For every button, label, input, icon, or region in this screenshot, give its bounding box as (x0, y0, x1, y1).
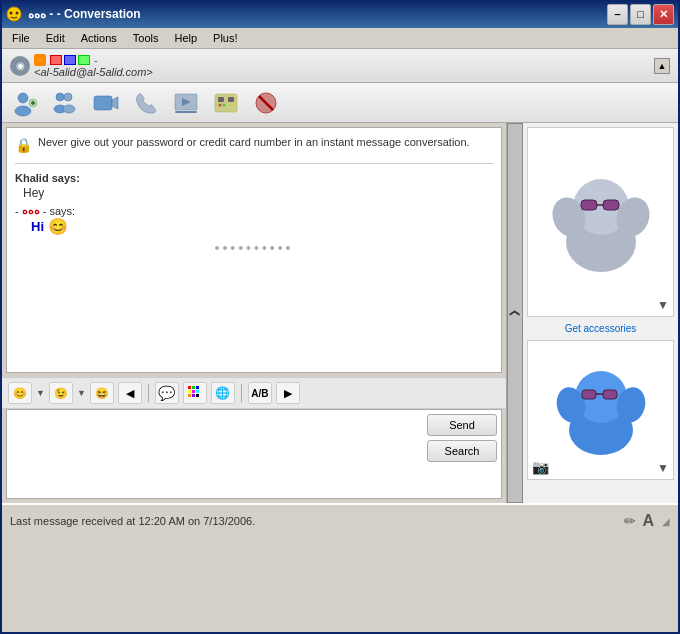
svg-rect-46 (603, 390, 617, 399)
font-btn[interactable]: A/B (248, 382, 272, 404)
send-button[interactable]: Send (427, 414, 497, 436)
minimize-button[interactable]: – (607, 4, 628, 25)
svg-rect-29 (192, 390, 195, 393)
menu-edit[interactable]: Edit (40, 30, 71, 46)
emoji-dropdown-arrow[interactable]: ▼ (36, 388, 45, 398)
search-button[interactable]: Search (427, 440, 497, 462)
svg-point-9 (64, 93, 72, 101)
svg-point-8 (56, 93, 64, 101)
panel-collapse-btn[interactable]: ❮ (507, 123, 523, 503)
separator2 (241, 384, 242, 402)
svg-point-0 (7, 7, 21, 21)
pencil-icon[interactable]: ✏ (624, 513, 636, 529)
menu-help[interactable]: Help (168, 30, 203, 46)
status-indicator: ◉ (10, 56, 30, 76)
smile-emoji: 😊 (48, 217, 68, 236)
sender2-name: ﻩﻩﻩ (22, 204, 40, 217)
back-btn[interactable]: ◀ (118, 382, 142, 404)
color-box-green (78, 55, 90, 65)
svg-rect-32 (192, 394, 195, 397)
right-panel: ▼ Get accessories 📷 (523, 123, 678, 503)
svg-marker-13 (112, 97, 118, 109)
emoji-picker-btn[interactable]: 😊 (8, 382, 32, 404)
window: ﻩﻩﻩ - - Conversation – □ ✕ File Edit Act… (0, 0, 680, 634)
menu-file[interactable]: File (6, 30, 36, 46)
svg-rect-25 (188, 386, 191, 389)
sender2-prefix: - (15, 205, 19, 217)
svg-point-20 (219, 103, 222, 106)
avatar-top: ▼ (527, 127, 674, 317)
add-buddy-btn[interactable] (10, 87, 42, 119)
security-notice: 🔒 Never give out your password or credit… (15, 136, 493, 153)
avatar-bottom-chevron[interactable]: ▼ (657, 461, 669, 475)
contact-toolbar: ◉ - - <al-5alid@al-5alid.com> ▲ (2, 49, 678, 83)
color-box-red (50, 55, 62, 65)
message2: Hi (31, 219, 44, 234)
wink-dropdown-arrow[interactable]: ▼ (77, 388, 86, 398)
menu-actions[interactable]: Actions (75, 30, 123, 46)
chat-divider (15, 163, 493, 164)
svg-point-1 (10, 12, 13, 15)
status-icons: ✏ A (624, 512, 654, 530)
title-text: ﻩﻩﻩ - - Conversation (28, 7, 141, 21)
menu-plus[interactable]: Plus! (207, 30, 243, 46)
color-btn[interactable] (183, 382, 207, 404)
title-bar-left: ﻩﻩﻩ - - Conversation (6, 6, 141, 22)
message1: Hey (23, 186, 493, 200)
avatar-top-image (551, 162, 651, 282)
phone-btn[interactable] (130, 87, 162, 119)
svg-rect-30 (196, 390, 199, 393)
svg-rect-26 (192, 386, 195, 389)
menu-tools[interactable]: Tools (127, 30, 165, 46)
svg-rect-28 (188, 390, 191, 393)
svg-rect-38 (581, 200, 597, 210)
svg-rect-18 (218, 97, 224, 102)
svg-rect-17 (215, 94, 237, 112)
input-area: Send Search (6, 409, 502, 499)
resize-handle[interactable]: ◢ (662, 516, 670, 527)
svg-point-3 (18, 93, 28, 103)
content-area: 🔒 Never give out your password or credit… (2, 123, 678, 503)
svg-rect-45 (582, 390, 596, 399)
svg-point-22 (229, 103, 232, 106)
custom-emoji-btn[interactable]: 😆 (90, 382, 114, 404)
get-accessories-label[interactable]: Get accessories (523, 321, 678, 336)
bg-color-btn[interactable]: 🌐 (211, 382, 235, 404)
block-btn[interactable] (250, 87, 282, 119)
color-box-blue (64, 55, 76, 65)
security-icon: 🔒 (15, 137, 32, 153)
app-icon (6, 6, 22, 22)
more-btn[interactable]: ▶ (276, 382, 300, 404)
avatar-top-chevron[interactable]: ▼ (657, 298, 669, 312)
games-btn[interactable] (210, 87, 242, 119)
svg-rect-27 (196, 386, 199, 389)
media-btn[interactable] (170, 87, 202, 119)
toolbar-expand[interactable]: ▲ (654, 58, 670, 74)
toolbar1-dash: - (94, 54, 98, 66)
wink-picker-btn[interactable]: 😉 (49, 382, 73, 404)
status-dot: - (34, 54, 46, 66)
svg-point-4 (15, 106, 31, 116)
video-btn[interactable] (90, 87, 122, 119)
font-size-icon[interactable]: A (642, 512, 654, 530)
security-text: Never give out your password or credit c… (38, 136, 470, 153)
format-toolbar: 😊 ▼ 😉 ▼ 😆 ◀ 💬 (2, 377, 506, 409)
svg-point-2 (16, 12, 19, 15)
close-button[interactable]: ✕ (653, 4, 674, 25)
status-bar: Last message received at 12:20 AM on 7/1… (2, 503, 678, 537)
maximize-button[interactable]: □ (630, 4, 651, 25)
message-input[interactable] (11, 414, 423, 494)
action-toolbar (2, 83, 678, 123)
svg-point-21 (223, 103, 226, 106)
svg-point-11 (63, 105, 75, 113)
view-buddies-btn[interactable] (50, 87, 82, 119)
svg-rect-16 (175, 111, 197, 113)
sender1-label: Khalid says: (15, 172, 493, 184)
camera-icon[interactable]: 📷 (532, 459, 549, 475)
title-bar: ﻩﻩﻩ - - Conversation – □ ✕ (2, 0, 678, 28)
sender2-row: - ﻩﻩﻩ - says: (15, 204, 493, 217)
contact-email: <al-5alid@al-5alid.com> (34, 66, 153, 78)
svg-rect-19 (228, 97, 234, 102)
nudge-btn[interactable]: 💬 (155, 382, 179, 404)
chat-display: 🔒 Never give out your password or credit… (6, 127, 502, 373)
